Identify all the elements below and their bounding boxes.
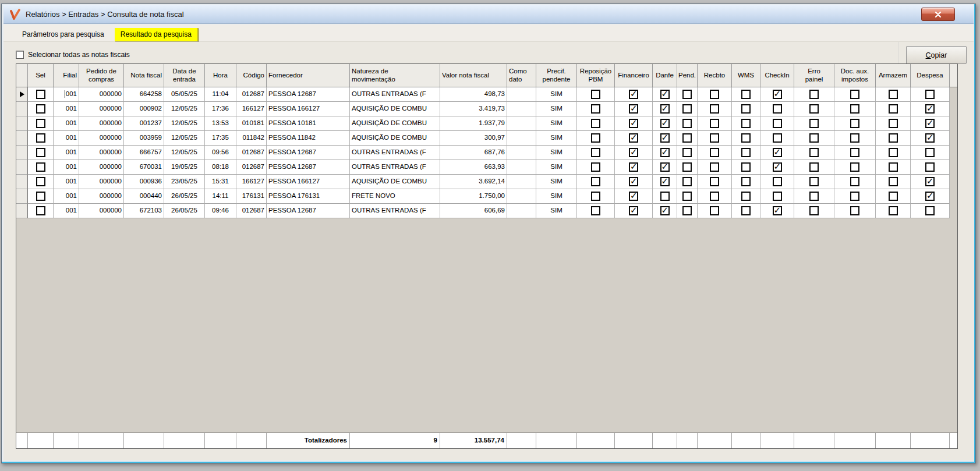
cell-valor[interactable]: 663,93	[440, 160, 507, 175]
cell-valor[interactable]: 687,76	[440, 146, 507, 160]
financeiro-checkbox[interactable]	[629, 206, 638, 215]
despesa-checkbox[interactable]	[925, 119, 935, 128]
wms-checkbox[interactable]	[741, 148, 751, 157]
financeiro-checkbox[interactable]	[629, 133, 638, 143]
cell-precif[interactable]: SIM	[536, 160, 577, 175]
cell-precif[interactable]: SIM	[536, 175, 577, 189]
column-header-natureza[interactable]: Natureza de movimentação	[350, 64, 440, 87]
table-row[interactable]: 00100000000395912/05/2517:35011842PESSOA…	[16, 131, 957, 146]
sel-checkbox[interactable]	[36, 90, 45, 99]
column-header-sel[interactable]: Sel	[28, 64, 54, 87]
cell-valor[interactable]: 3.419,73	[440, 102, 507, 116]
cell-natureza[interactable]: OUTRAS ENTRADAS (F	[350, 204, 440, 218]
cell-hora[interactable]: 09:56	[205, 146, 236, 160]
doc_aux-checkbox[interactable]	[850, 177, 859, 186]
copy-button[interactable]: Copiar	[906, 46, 967, 64]
table-row[interactable]: 00100000066425805/05/2511:04012687PESSOA…	[16, 87, 957, 102]
column-header-reposicao[interactable]: Reposição PBM	[577, 64, 615, 87]
cell-fornecedor[interactable]: PESSOA 166127	[267, 175, 350, 189]
cell-codigo[interactable]: 166127	[236, 175, 267, 189]
reposicao-checkbox[interactable]	[591, 133, 600, 143]
cell-valor[interactable]: 606,69	[440, 204, 507, 218]
cell-fornecedor[interactable]: PESSOA 12687	[267, 160, 350, 175]
cell-data[interactable]: 19/05/25	[164, 160, 205, 175]
erro_painel-checkbox[interactable]	[809, 133, 819, 143]
cell-filial[interactable]: 001	[54, 189, 79, 204]
cell-nota[interactable]: 001237	[124, 116, 164, 131]
cell-codigo[interactable]: 176131	[236, 189, 267, 204]
checkin-checkbox[interactable]	[773, 90, 782, 99]
cell-pedido[interactable]: 000000	[79, 131, 124, 146]
reposicao-checkbox[interactable]	[591, 162, 600, 172]
armazem-checkbox[interactable]	[889, 119, 898, 128]
cell-natureza[interactable]: OUTRAS ENTRADAS (F	[350, 87, 440, 102]
cell-natureza[interactable]: OUTRAS ENTRADAS (F	[350, 146, 440, 160]
erro_painel-checkbox[interactable]	[809, 104, 819, 114]
cell-pedido[interactable]: 000000	[79, 102, 124, 116]
cell-filial[interactable]: 001	[54, 116, 79, 131]
tab-resultado-pesquisa[interactable]: Resultado da pesquisa	[115, 28, 199, 41]
column-header-precif[interactable]: Precif. pendente	[536, 64, 577, 87]
column-header-ind[interactable]	[16, 64, 28, 87]
cell-nota[interactable]: 000440	[124, 189, 164, 204]
recbto-checkbox[interactable]	[710, 90, 719, 99]
cell-pedido[interactable]: 000000	[79, 175, 124, 189]
danfe-checkbox[interactable]	[660, 206, 670, 215]
doc_aux-checkbox[interactable]	[850, 162, 859, 172]
cell-nota[interactable]: 000936	[124, 175, 164, 189]
table-row[interactable]: 00100000066675712/05/2509:56012687PESSOA…	[16, 146, 957, 160]
cell-codigo[interactable]: 011842	[236, 131, 267, 146]
cell-pedido[interactable]: 000000	[79, 87, 124, 102]
cell-fornecedor[interactable]: PESSOA 166127	[267, 102, 350, 116]
table-row[interactable]: 00100000067210326/05/2509:46012687PESSOA…	[16, 204, 957, 218]
cell-natureza[interactable]: OUTRAS ENTRADAS (F	[350, 160, 440, 175]
cell-codigo[interactable]: 012687	[236, 87, 267, 102]
cell-fornecedor[interactable]: PESSOA 11842	[267, 131, 350, 146]
recbto-checkbox[interactable]	[710, 206, 719, 215]
despesa-checkbox[interactable]	[925, 104, 935, 114]
sel-checkbox[interactable]	[36, 104, 45, 114]
wms-checkbox[interactable]	[741, 162, 751, 172]
cell-valor[interactable]: 300,97	[440, 131, 507, 146]
column-header-wms[interactable]: WMS	[732, 64, 760, 87]
sel-checkbox[interactable]	[36, 162, 45, 172]
cell-como_dato[interactable]	[507, 131, 536, 146]
financeiro-checkbox[interactable]	[629, 148, 638, 157]
danfe-checkbox[interactable]	[660, 119, 670, 128]
close-button[interactable]	[921, 8, 955, 21]
despesa-checkbox[interactable]	[925, 177, 935, 186]
cell-como_dato[interactable]	[507, 204, 536, 218]
cell-codigo[interactable]: 012687	[236, 204, 267, 218]
cell-nota[interactable]: 664258	[124, 87, 164, 102]
sel-checkbox[interactable]	[36, 133, 45, 143]
erro_painel-checkbox[interactable]	[809, 148, 819, 157]
cell-pedido[interactable]: 000000	[79, 204, 124, 218]
wms-checkbox[interactable]	[741, 177, 751, 186]
column-header-erro_painel[interactable]: Erro painel	[794, 64, 834, 87]
financeiro-checkbox[interactable]	[629, 162, 638, 172]
cell-pedido[interactable]: 000000	[79, 160, 124, 175]
pend-checkbox[interactable]	[682, 133, 692, 143]
cell-pedido[interactable]: 000000	[79, 116, 124, 131]
financeiro-checkbox[interactable]	[629, 177, 638, 186]
cell-filial[interactable]: 001	[54, 160, 79, 175]
cell-hora[interactable]: 14:11	[205, 189, 236, 204]
cell-codigo[interactable]: 012687	[236, 146, 267, 160]
cell-codigo[interactable]: 012687	[236, 160, 267, 175]
cell-nota[interactable]: 672103	[124, 204, 164, 218]
table-row[interactable]: 00100000000093623/05/2515:31166127PESSOA…	[16, 175, 957, 189]
cell-nota[interactable]: 666757	[124, 146, 164, 160]
cell-fornecedor[interactable]: PESSOA 12687	[267, 146, 350, 160]
checkin-checkbox[interactable]	[773, 133, 782, 143]
despesa-checkbox[interactable]	[925, 192, 935, 201]
cell-precif[interactable]: SIM	[536, 146, 577, 160]
column-header-despesa[interactable]: Despesa	[911, 64, 950, 87]
recbto-checkbox[interactable]	[710, 177, 719, 186]
column-header-financeiro[interactable]: Financeiro	[615, 64, 653, 87]
checkin-checkbox[interactable]	[773, 148, 782, 157]
cell-data[interactable]: 05/05/25	[164, 87, 205, 102]
despesa-checkbox[interactable]	[925, 133, 935, 143]
doc_aux-checkbox[interactable]	[850, 192, 859, 201]
doc_aux-checkbox[interactable]	[850, 90, 859, 99]
cell-precif[interactable]: SIM	[536, 189, 577, 204]
